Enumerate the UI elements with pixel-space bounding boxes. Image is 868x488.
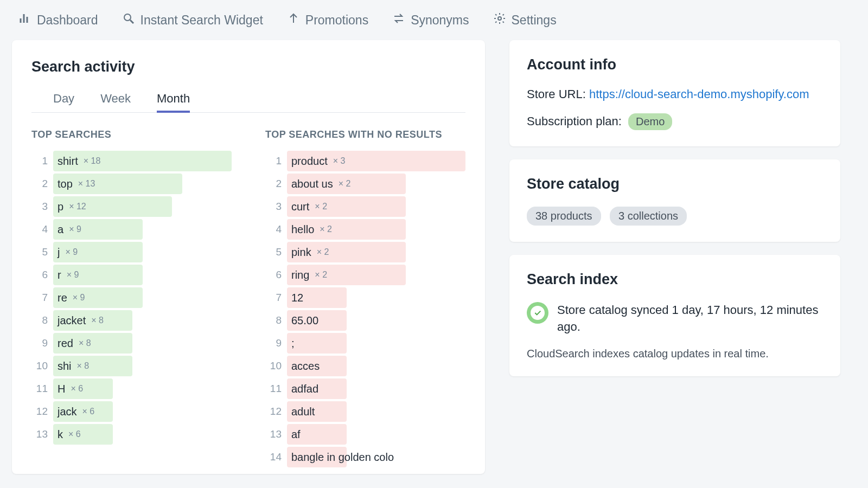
bar-wrap: adfad (287, 378, 465, 399)
search-term: red (58, 337, 73, 350)
bar-label: ring× 2 (287, 265, 465, 285)
list-item: 12jack× 6 (31, 401, 232, 422)
store-url-label: Store URL: (527, 87, 589, 101)
tab-week[interactable]: Week (100, 92, 131, 112)
bar-label: af (287, 424, 465, 445)
bar-wrap: curt× 2 (287, 196, 465, 217)
rank-number: 12 (265, 406, 282, 418)
nav-label: Settings (512, 13, 557, 28)
search-count: × 9 (65, 247, 78, 257)
time-range-tabs: Day Week Month (31, 92, 465, 113)
search-term: curt (291, 201, 309, 213)
rank-number: 8 (31, 314, 48, 326)
search-lists: TOP SEARCHES 1shirt× 182top× 133p× 124a×… (31, 129, 465, 469)
list-item: 5pink× 2 (265, 241, 465, 263)
search-term: 65.00 (291, 314, 318, 327)
bar-wrap: hello× 2 (287, 219, 465, 240)
rank-number: 2 (265, 178, 282, 190)
search-count: × 6 (68, 429, 81, 439)
bar-wrap: p× 12 (53, 196, 232, 217)
search-count: × 6 (71, 384, 83, 394)
gear-icon (493, 12, 506, 28)
nav-synonyms[interactable]: Synonyms (392, 12, 469, 28)
list-item: 6r× 9 (31, 264, 232, 286)
account-info-title: Account info (527, 56, 823, 73)
bar-wrap: ring× 2 (287, 265, 465, 285)
tab-month[interactable]: Month (157, 92, 190, 112)
rank-number: 10 (31, 360, 48, 372)
sync-status-row: Store catalog synced 1 day, 17 hours, 12… (527, 302, 823, 336)
nav-label: Instant Search Widget (141, 13, 263, 28)
search-count: × 8 (77, 361, 90, 371)
search-icon (122, 12, 135, 28)
bar-wrap: shi× 8 (53, 356, 232, 376)
plan-label: Subscription plan: (527, 114, 622, 128)
search-term: a (58, 223, 63, 236)
search-term: af (291, 428, 301, 441)
nav-label: Dashboard (37, 13, 98, 28)
rank-number: 8 (265, 314, 282, 326)
bar-wrap: adult (287, 401, 465, 422)
rank-number: 9 (31, 337, 48, 349)
bar-wrap: about us× 2 (287, 174, 465, 194)
no-results-heading: TOP SEARCHES WITH NO RESULTS (265, 129, 465, 140)
rank-number: 13 (31, 428, 48, 440)
list-item: 2about us× 2 (265, 173, 465, 195)
bar-label: jack× 6 (53, 401, 232, 422)
list-item: 865.00 (265, 310, 465, 331)
no-results-list: 1product× 32about us× 23curt× 24hello× 2… (265, 150, 465, 468)
search-term: bangle in golden colo (291, 451, 394, 464)
list-item: 4hello× 2 (265, 219, 465, 240)
search-count: × 9 (67, 270, 79, 280)
nav-settings[interactable]: Settings (493, 12, 557, 28)
search-count: × 2 (315, 270, 327, 280)
search-term: H (58, 383, 65, 395)
arrow-up-icon (287, 12, 300, 28)
list-item: 10acces (265, 355, 465, 377)
rank-number: 6 (31, 269, 48, 281)
search-activity-title: Search activity (31, 59, 465, 75)
bar-label: a× 9 (53, 219, 232, 240)
bar-label: top× 13 (53, 174, 232, 194)
list-item: 10shi× 8 (31, 355, 232, 377)
right-column: Account info Store URL: https://cloud-se… (509, 40, 840, 474)
list-item: 712 (265, 287, 465, 309)
rank-number: 7 (31, 292, 48, 304)
list-item: 1product× 3 (265, 150, 465, 172)
rank-number: 9 (265, 337, 282, 349)
bar-label: bangle in golden colo (287, 447, 465, 467)
nav-promotions[interactable]: Promotions (287, 12, 368, 28)
bar-label: adfad (287, 378, 465, 399)
nav-dashboard[interactable]: Dashboard (18, 12, 98, 28)
search-index-card: Search index Store catalog synced 1 day,… (509, 255, 840, 376)
rank-number: 3 (31, 201, 48, 213)
bar-label: product× 3 (287, 151, 465, 171)
top-nav: Dashboard Instant Search Widget Promotio… (0, 0, 868, 40)
bar-label: 65.00 (287, 310, 465, 331)
search-term: pink (291, 246, 311, 259)
tab-day[interactable]: Day (53, 92, 74, 112)
list-item: 4a× 9 (31, 219, 232, 240)
bar-wrap: a× 9 (53, 219, 232, 240)
bar-label: H× 6 (53, 378, 232, 399)
store-url-link[interactable]: https://cloud-search-demo.myshopify.com (589, 87, 809, 101)
search-term: jack (58, 406, 77, 418)
list-item: 7re× 9 (31, 287, 232, 309)
bar-wrap: r× 9 (53, 265, 232, 285)
bar-wrap: k× 6 (53, 424, 232, 445)
rank-number: 5 (265, 246, 282, 258)
bar-label: shi× 8 (53, 356, 232, 376)
search-term: acces (291, 360, 320, 373)
list-item: 9; (265, 332, 465, 354)
search-term: product (291, 155, 328, 168)
store-catalog-title: Store catalog (527, 176, 823, 192)
bar-wrap: product× 3 (287, 151, 465, 171)
list-item: 5j× 9 (31, 241, 232, 263)
bar-label: j× 9 (53, 242, 232, 262)
search-term: re (58, 292, 67, 304)
top-searches-heading: TOP SEARCHES (31, 129, 232, 140)
bar-wrap: top× 13 (53, 174, 232, 194)
bar-label: shirt× 18 (53, 151, 232, 171)
plan-badge: Demo (628, 113, 672, 130)
nav-instant-search[interactable]: Instant Search Widget (122, 12, 263, 28)
